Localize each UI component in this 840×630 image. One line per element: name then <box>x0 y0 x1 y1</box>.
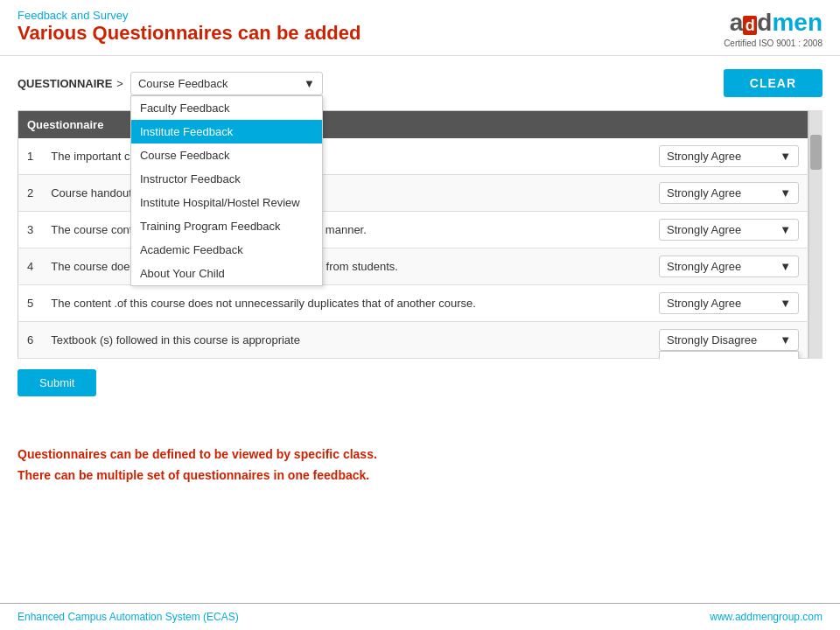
response-cell: Strongly Agree ▼ <box>650 212 808 248</box>
submit-row: Submit <box>18 369 822 396</box>
response-select-1[interactable]: Strongly Agree ▼ <box>659 145 799 167</box>
response-arrow-4: ▼ <box>780 260 791 273</box>
selector-row: QUESTIONNAIRE > Course Feedback ▼ Facult… <box>18 69 822 97</box>
footer-right: www.addmengroup.com <box>710 611 822 623</box>
menu-item-academic-feedback[interactable]: Academic Feedback <box>131 238 322 262</box>
response-select-5[interactable]: Strongly Agree ▼ <box>659 292 799 314</box>
header-subtitle: Feedback and Survey <box>18 9 360 22</box>
row-num: 2 <box>18 175 43 212</box>
menu-item-instructor-feedback[interactable]: Instructor Feedback <box>131 167 322 191</box>
response-arrow-6: ▼ <box>780 333 791 346</box>
header: Feedback and Survey Various Questionnair… <box>0 0 840 56</box>
response-cell-6: Strongly Disagree ▼ Strongly Disagree Di… <box>650 322 808 359</box>
menu-item-about-child[interactable]: About Your Child <box>131 262 322 285</box>
logo-certified: Certified ISO 9001 : 2008 <box>724 38 822 48</box>
response-arrow-1: ▼ <box>780 150 791 163</box>
main-content: QUESTIONNAIRE > Course Feedback ▼ Facult… <box>0 56 840 410</box>
header-title: Various Questionnaires can be added <box>18 22 360 45</box>
logo-accent-d: d <box>743 16 757 35</box>
row-num: 5 <box>18 285 43 322</box>
row-num: 6 <box>18 322 43 359</box>
response-select-wrapper[interactable]: Strongly Agree ▼ <box>659 145 799 167</box>
response-cell: Strongly Agree ▼ <box>650 285 808 322</box>
menu-item-institute-hospital[interactable]: Institute Hospital/Hostel Review <box>131 191 322 214</box>
submit-button[interactable]: Submit <box>18 369 96 396</box>
menu-item-institute-feedback[interactable]: Institute Feedback <box>131 120 322 144</box>
response-select-wrapper[interactable]: Strongly Agree ▼ <box>659 292 799 314</box>
question-text: Textbook (s) followed in this course is … <box>42 322 650 359</box>
response-cell: Strongly Agree ▼ <box>650 175 808 212</box>
question-text: The content .of this course does not unn… <box>42 285 650 322</box>
questionnaire-selected-value: Course Feedback <box>138 77 228 90</box>
selector-arrow: > <box>116 77 123 90</box>
response-value-6: Strongly Disagree <box>667 333 757 346</box>
th-response <box>650 111 808 139</box>
response-select-2[interactable]: Strongly Agree ▼ <box>659 182 799 204</box>
response-select-wrapper[interactable]: Strongly Agree ▼ <box>659 182 799 204</box>
info-line2: There can be multiple set of questionnai… <box>18 466 822 486</box>
response-arrow-2: ▼ <box>780 186 791 200</box>
footer-left: Enhanced Campus Automation System (ECAS) <box>18 611 239 623</box>
header-left: Feedback and Survey Various Questionnair… <box>18 9 360 45</box>
response-select-4[interactable]: Strongly Agree ▼ <box>659 256 799 277</box>
row-num: 4 <box>18 248 43 285</box>
response-value-1: Strongly Agree <box>667 150 741 163</box>
row-num: 3 <box>18 212 43 248</box>
footer: Enhanced Campus Automation System (ECAS)… <box>0 603 840 630</box>
response-dropdown-menu-6: Strongly Disagree Disagree Neutral Agree… <box>659 351 799 359</box>
questionnaire-dropdown-wrapper[interactable]: Course Feedback ▼ Faculty Feedback Insti… <box>130 72 323 95</box>
row-num: 1 <box>18 138 43 175</box>
scroll-indicator[interactable] <box>808 110 822 359</box>
menu-item-faculty-feedback[interactable]: Faculty Feedback <box>131 96 322 120</box>
response-cell: Strongly Agree ▼ <box>650 138 808 175</box>
clear-button[interactable]: CLEAR <box>724 69 822 97</box>
response-select-wrapper-6[interactable]: Strongly Disagree ▼ Strongly Disagree Di… <box>659 329 799 351</box>
logo-box: addmen <box>730 9 822 37</box>
questionnaire-dropdown-menu: Faculty Feedback Institute Feedback Cour… <box>130 95 323 286</box>
logo-text: addmen <box>730 9 822 37</box>
logo-area: addmen Certified ISO 9001 : 2008 <box>724 9 822 48</box>
logo-add2: d <box>757 9 772 36</box>
response-arrow-5: ▼ <box>780 297 791 310</box>
scroll-thumb <box>810 135 822 170</box>
response-select-wrapper[interactable]: Strongly Agree ▼ <box>659 219 799 241</box>
response-value-5: Strongly Agree <box>667 297 741 310</box>
response-select-wrapper[interactable]: Strongly Agree ▼ <box>659 256 799 277</box>
info-line1: Questionnaires can be defined to be view… <box>18 444 822 466</box>
questionnaire-select[interactable]: Course Feedback ▼ <box>130 72 323 95</box>
table-row: 6 Textbook (s) followed in this course i… <box>18 322 808 359</box>
response-select-3[interactable]: Strongly Agree ▼ <box>659 219 799 241</box>
logo-add: a <box>730 9 744 36</box>
questionnaire-dropdown-arrow-icon: ▼ <box>304 77 315 90</box>
th-questionnaire: Questionnaire <box>18 111 651 139</box>
response-value-2: Strongly Agree <box>667 186 741 200</box>
menu-item-course-feedback[interactable]: Course Feedback <box>131 144 322 167</box>
info-section: Questionnaires can be defined to be view… <box>0 444 840 486</box>
menu-item-training-feedback[interactable]: Training Program Feedback <box>131 214 322 238</box>
resp-item-strongly-disagree[interactable]: Strongly Disagree <box>660 352 798 359</box>
response-value-3: Strongly Agree <box>667 223 741 236</box>
logo-men: men <box>772 9 822 36</box>
response-select-6[interactable]: Strongly Disagree ▼ <box>659 329 799 351</box>
response-value-4: Strongly Agree <box>667 260 741 273</box>
questionnaire-label: QUESTIONNAIRE <box>18 77 112 90</box>
response-cell: Strongly Agree ▼ <box>650 248 808 285</box>
table-row: 5 The content .of this course does not u… <box>18 285 808 322</box>
response-arrow-3: ▼ <box>780 223 791 236</box>
